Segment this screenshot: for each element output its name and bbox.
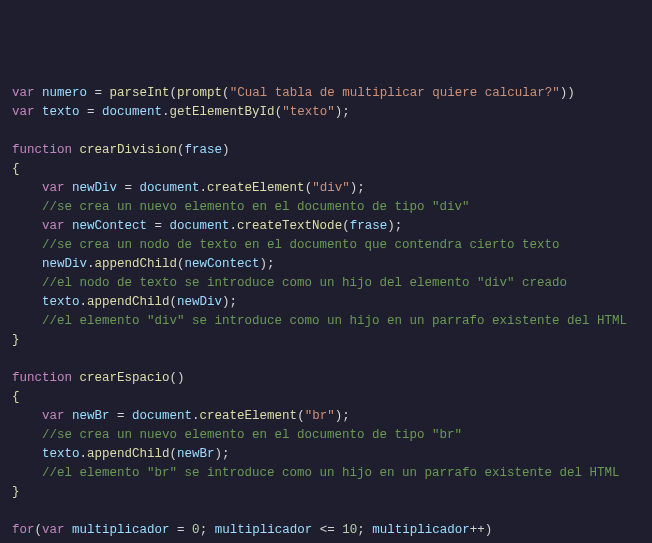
operator: = <box>170 523 193 537</box>
code-line: //se crea un nuevo elemento en el docume… <box>12 198 640 217</box>
identifier: newDiv <box>177 295 222 309</box>
keyword-for: for <box>12 523 35 537</box>
code-line: texto.appendChild(newDiv); <box>12 293 640 312</box>
function-call: appendChild <box>87 295 170 309</box>
keyword-var: var <box>42 523 65 537</box>
operator: <= <box>312 523 342 537</box>
code-line: //el elemento "div" se introduce como un… <box>12 312 640 331</box>
string-literal: "texto" <box>282 105 335 119</box>
function-call: prompt <box>177 86 222 100</box>
operator: = <box>117 181 140 195</box>
punctuation: ; <box>357 523 372 537</box>
identifier: newBr <box>177 447 215 461</box>
string-literal: "br" <box>305 409 335 423</box>
operator: = <box>87 86 110 100</box>
code-line: //se crea un nodo de texto en el documen… <box>12 236 640 255</box>
identifier: numero <box>42 86 87 100</box>
keyword-function: function <box>12 371 72 385</box>
function-name: crearEspacio <box>80 371 170 385</box>
keyword-var: var <box>42 409 65 423</box>
code-line: } <box>12 331 640 350</box>
code-line: var numero = parseInt(prompt("Cual tabla… <box>12 84 640 103</box>
comment: //se crea un nuevo elemento en el docume… <box>42 428 462 442</box>
object: document <box>140 181 200 195</box>
identifier: newContect <box>72 219 147 233</box>
operator: = <box>110 409 133 423</box>
comment: //el nodo de texto se introduce como un … <box>42 276 567 290</box>
code-line: var texto = document.getElementById("tex… <box>12 103 640 122</box>
operator: = <box>147 219 170 233</box>
function-call: createElement <box>207 181 305 195</box>
blank-line <box>12 122 640 141</box>
comment: //el elemento "br" se introduce como un … <box>42 466 620 480</box>
blank-line <box>12 502 640 521</box>
function-call: parseInt <box>110 86 170 100</box>
function-call: appendChild <box>87 447 170 461</box>
function-call: appendChild <box>95 257 178 271</box>
identifier: multiplicador <box>372 523 470 537</box>
object: document <box>132 409 192 423</box>
keyword-var: var <box>12 105 35 119</box>
code-line: newDiv.appendChild(newContect); <box>12 255 640 274</box>
identifier: texto <box>42 105 80 119</box>
identifier: newBr <box>72 409 110 423</box>
code-line: texto.appendChild(newBr); <box>12 445 640 464</box>
code-editor[interactable]: var numero = parseInt(prompt("Cual tabla… <box>12 84 640 543</box>
identifier: frase <box>350 219 388 233</box>
keyword-var: var <box>12 86 35 100</box>
object: document <box>170 219 230 233</box>
identifier: newDiv <box>42 257 87 271</box>
object: document <box>102 105 162 119</box>
keyword-function: function <box>12 143 72 157</box>
function-call: createElement <box>200 409 298 423</box>
function-call: createTextNode <box>237 219 342 233</box>
identifier: multiplicador <box>72 523 170 537</box>
code-line: { <box>12 160 640 179</box>
keyword-var: var <box>42 181 65 195</box>
keyword-var: var <box>42 219 65 233</box>
identifier: newContect <box>185 257 260 271</box>
string-literal: "Cual tabla de multiplicar quiere calcul… <box>230 86 560 100</box>
code-line: //el elemento "br" se introduce como un … <box>12 464 640 483</box>
code-line: } <box>12 483 640 502</box>
punctuation: ; <box>200 523 215 537</box>
comment: //se crea un nodo de texto en el documen… <box>42 238 560 252</box>
operator: = <box>80 105 103 119</box>
function-name: crearDivision <box>80 143 178 157</box>
number-literal: 0 <box>192 523 200 537</box>
code-line: var newDiv = document.createElement("div… <box>12 179 640 198</box>
comment: //se crea un nuevo elemento en el docume… <box>42 200 470 214</box>
code-line: //el nodo de texto se introduce como un … <box>12 274 640 293</box>
code-line: function crearDivision(frase) <box>12 141 640 160</box>
string-literal: "div" <box>312 181 350 195</box>
code-line: { <box>12 388 640 407</box>
operator: ++ <box>470 523 485 537</box>
parameter: frase <box>185 143 223 157</box>
blank-line <box>12 350 640 369</box>
comment: //el elemento "div" se introduce como un… <box>42 314 627 328</box>
code-line: var newContect = document.createTextNode… <box>12 217 640 236</box>
code-line: for(var multiplicador = 0; multiplicador… <box>12 521 640 540</box>
code-line: function crearEspacio() <box>12 369 640 388</box>
identifier: multiplicador <box>215 523 313 537</box>
identifier: texto <box>42 447 80 461</box>
identifier: texto <box>42 295 80 309</box>
number-literal: 10 <box>342 523 357 537</box>
function-call: getElementById <box>170 105 275 119</box>
code-line: //se crea un nuevo elemento en el docume… <box>12 426 640 445</box>
code-line: var newBr = document.createElement("br")… <box>12 407 640 426</box>
identifier: newDiv <box>72 181 117 195</box>
